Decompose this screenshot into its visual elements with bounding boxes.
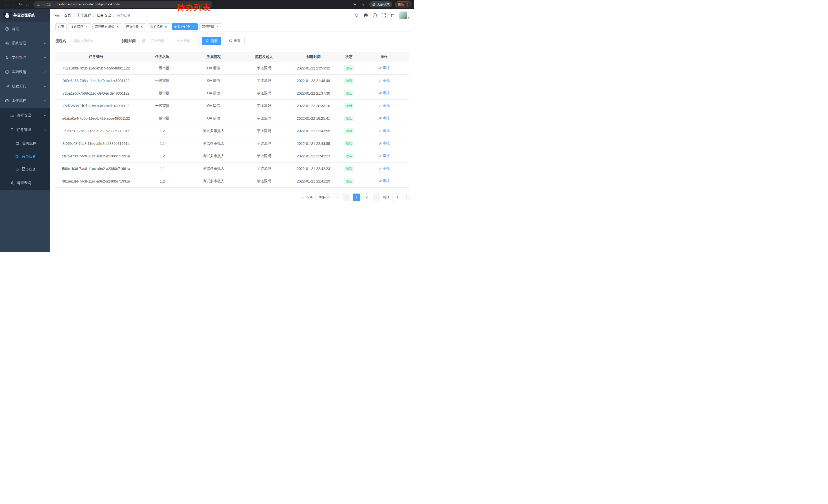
close-icon[interactable]: × (216, 25, 219, 29)
chevron-up-icon (43, 99, 46, 102)
close-icon[interactable]: × (116, 25, 120, 29)
status-badge: 激活 (344, 116, 354, 121)
cell-task-name: 1.1 (137, 162, 188, 175)
chrome-right-cluster: ☆ 无痕模式 更新 ⋮ (353, 1, 412, 8)
person-icon (10, 181, 14, 185)
approve-link[interactable]: 审批 (379, 78, 390, 83)
tab-process-form-edit[interactable]: 流程表单-编辑× (92, 23, 122, 30)
cell-task-id: 73211d9d-7b9b-11ec-b5b7-acde48001122 (55, 62, 137, 74)
menu-dots-icon[interactable]: ⋮ (406, 3, 409, 6)
sidebar-item-process-management[interactable]: 流程管理 (0, 108, 50, 123)
approve-link[interactable]: 审批 (379, 103, 390, 108)
approve-link[interactable]: 审批 (379, 116, 390, 121)
table-row: 381aa1dd-7ac8-11ec-a9e2-a2380e71991a 1.2… (55, 175, 409, 187)
workflow-submenu: 流程管理 任务管理 我的流程 待办任务 已办 (0, 108, 50, 190)
goto-page-input[interactable] (392, 193, 403, 201)
update-button[interactable]: 更新 ⋮ (395, 1, 412, 7)
collapse-sidebar-icon[interactable] (55, 13, 59, 18)
sidebar-item-done-tasks[interactable]: 已办任务 (0, 163, 50, 176)
prev-page-button[interactable]: ‹ (343, 193, 350, 201)
edit-pencil-icon (379, 104, 382, 107)
cell-task-name: 1.2 (137, 175, 188, 187)
help-icon[interactable]: ? (372, 13, 377, 18)
cell-actions: 审批 (359, 125, 409, 137)
sidebar-item-payment[interactable]: 支付管理 (0, 50, 50, 65)
tab-todo-tasks[interactable]: 待办任务× (172, 23, 198, 30)
sidebar-item-label: 流程管理 (17, 113, 31, 118)
sidebar-item-todo-tasks[interactable]: 待办任务 (0, 150, 50, 163)
user-avatar[interactable]: ▾ (399, 11, 409, 19)
sidebar-item-dev-tools[interactable]: 研发工具 (0, 79, 50, 94)
tab-start-process[interactable]: 发起流程× (68, 23, 91, 30)
reload-icon[interactable]: ↻ (17, 1, 24, 8)
briefcase-icon (5, 99, 9, 103)
approve-link-label: 审批 (383, 78, 390, 83)
bookmark-star-icon[interactable]: ☆ (360, 1, 366, 8)
warning-icon: ⚠ (37, 3, 40, 6)
sidebar-item-label: 任务管理 (17, 128, 31, 132)
reset-button[interactable]: 重置 (225, 37, 245, 45)
breadcrumb-task-management[interactable]: 任务管理 (97, 13, 111, 18)
approve-link[interactable]: 审批 (379, 179, 390, 183)
cell-process: 测试多审批人 (188, 150, 239, 162)
breadcrumb-home[interactable]: 首页 (64, 13, 71, 18)
tab-done-tasks[interactable]: 已办任务× (124, 23, 146, 30)
sidebar-item-home[interactable]: 首页 (0, 22, 50, 36)
date-range-picker[interactable]: 开始日期 - 结束日期 (139, 37, 199, 45)
page-1-button[interactable]: 1 (353, 193, 360, 201)
tab-label: 流程详情 (202, 25, 214, 29)
address-bar[interactable]: ⚠ 不安全 dashboard.yudao.iocoder.cn/bpm/tas… (33, 1, 212, 8)
process-name-input[interactable] (71, 37, 117, 45)
cell-task-id: 58154733-7ac8-11ec-a9e2-a2380e71991a (55, 150, 137, 162)
cell-task-id: 381aa1dd-7ac8-11ec-a9e2-a2380e71991a (55, 175, 137, 187)
approve-link[interactable]: 审批 (379, 65, 390, 70)
fullscreen-icon[interactable] (381, 13, 386, 18)
sidebar-item-label: 待办任务 (22, 154, 36, 159)
sidebar-item-task-management[interactable]: 任务管理 (0, 123, 50, 137)
close-icon[interactable]: × (164, 25, 168, 29)
search-icon[interactable] (355, 13, 359, 18)
close-icon[interactable]: × (192, 25, 195, 29)
breadcrumb-current: 待办任务 (117, 13, 131, 18)
top-navbar: 首页 / 工作流程 / 任务管理 / 待办任务 ? T ▾ (50, 9, 414, 22)
font-size-icon[interactable]: T (390, 13, 395, 18)
close-icon[interactable]: × (140, 25, 143, 29)
key-icon[interactable] (353, 2, 357, 6)
sidebar-item-system[interactable]: 系统管理 (0, 36, 50, 50)
close-icon[interactable]: × (85, 25, 88, 29)
cell-task-id: a6aba0a4-7b6d-11ec-b781-acde48001122 (55, 112, 137, 125)
cell-task-id: 725a1eb6-7b88-11ec-8ef0-acde48001122 (55, 87, 137, 99)
sidebar-item-infrastructure[interactable]: 基础设施 (0, 65, 50, 79)
search-button[interactable]: 搜索 (202, 37, 221, 45)
app-logo[interactable]: 芋道管理系统 (0, 9, 50, 22)
home-icon[interactable]: ⌂ (24, 1, 31, 8)
next-page-button[interactable]: › (373, 193, 380, 201)
approve-link[interactable]: 审批 (379, 129, 390, 133)
forward-icon[interactable]: → (10, 1, 16, 8)
active-tab-dot (174, 26, 176, 28)
dashboard-icon (5, 27, 9, 31)
approve-link[interactable]: 审批 (379, 91, 390, 95)
tab-my-processes[interactable]: 我的流程× (148, 23, 170, 30)
github-icon[interactable] (364, 13, 368, 18)
breadcrumb-workflow[interactable]: 工作流程 (77, 13, 91, 18)
approve-link[interactable]: 审批 (379, 141, 390, 146)
approve-link[interactable]: 审批 (379, 153, 390, 158)
cell-actions: 审批 (359, 175, 409, 187)
back-icon[interactable]: ← (3, 1, 9, 8)
sidebar-item-my-processes[interactable]: 我的流程 (0, 137, 50, 150)
cell-actions: 审批 (359, 112, 409, 125)
total-count: 共 16 条 (301, 195, 313, 199)
sidebar-item-label: 我的流程 (22, 141, 36, 146)
cell-task-name: 1.1 (137, 137, 188, 150)
page-2-button[interactable]: 2 (363, 193, 370, 201)
sidebar-item-leave-query[interactable]: 请假查询 (0, 176, 50, 190)
chevron-down-icon (43, 85, 46, 88)
cell-process: 测试多审批人 (188, 162, 239, 175)
approve-link[interactable]: 审批 (379, 166, 390, 171)
page-size-select[interactable]: 10条/页 ▾ (316, 193, 340, 201)
tab-home[interactable]: 首页 (55, 23, 67, 30)
tab-process-detail[interactable]: 流程详情× (199, 23, 222, 30)
sidebar-item-workflow[interactable]: 工作流程 (0, 94, 50, 108)
edit-pencil-icon (379, 179, 382, 183)
